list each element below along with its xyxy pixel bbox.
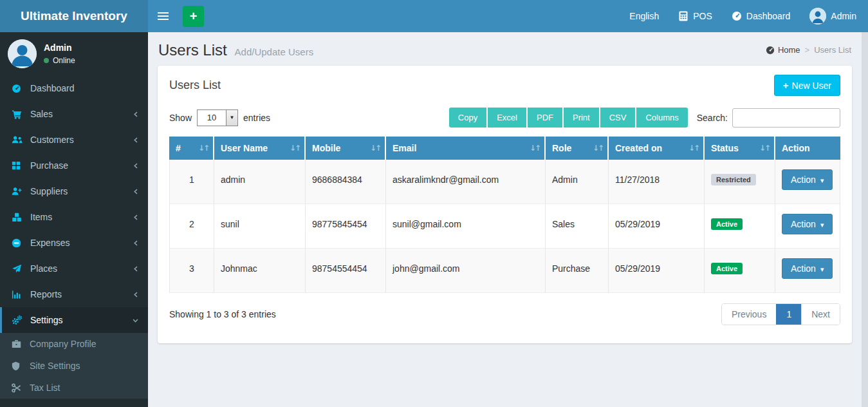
dashboard-link[interactable]: Dashboard: [732, 11, 791, 21]
sidebar-item-purchase[interactable]: Purchase: [0, 153, 148, 178]
status-badge: Active: [711, 218, 743, 230]
online-dot-icon: [44, 58, 49, 63]
paper-plane-icon: [12, 264, 26, 274]
sidebar-item-places[interactable]: Places: [0, 256, 148, 281]
copy-button[interactable]: Copy: [449, 108, 486, 128]
column-label: Mobile: [312, 143, 340, 153]
plus-icon: [783, 80, 789, 91]
gauge-icon: [12, 84, 26, 93]
next-page-button[interactable]: Next: [801, 304, 840, 325]
brand-logo[interactable]: Ultimate Inventory: [0, 0, 148, 32]
column-header-created-on[interactable]: Created on: [609, 137, 705, 160]
sort-icon: [198, 144, 208, 153]
sidebar-menu: Dashboard Sales Customers Purchase: [0, 75, 148, 333]
main-content: Users List Add/Update Users Home > Users…: [148, 32, 862, 407]
box-title: Users List: [169, 79, 221, 92]
sidebar-item-sales[interactable]: Sales: [0, 101, 148, 127]
table-row: 2 sunil 98775845454 sunil@gmail.com Sale…: [169, 204, 840, 249]
column-label: Created on: [615, 143, 662, 153]
sidebar-item-items[interactable]: Items: [0, 204, 148, 230]
user-label: Admin: [831, 11, 856, 21]
action-button[interactable]: Action: [782, 169, 833, 190]
columns-button[interactable]: Columns: [636, 108, 687, 128]
chevron-left-icon: [133, 137, 139, 144]
pos-link[interactable]: POS: [678, 11, 712, 21]
column-header-email[interactable]: Email: [386, 137, 546, 160]
breadcrumb-home-link[interactable]: Home: [766, 45, 800, 55]
status-badge: Restricted: [711, 174, 756, 185]
previous-page-button[interactable]: Previous: [722, 304, 776, 325]
users-table: # User Name Mobile Email Role Created on…: [169, 137, 840, 293]
language-menu[interactable]: English: [629, 11, 659, 21]
sidebar-toggle-button[interactable]: [148, 0, 178, 32]
user-menu[interactable]: Admin: [809, 8, 856, 24]
sidebar-item-suppliers[interactable]: Suppliers: [0, 178, 148, 204]
cart-icon: [12, 109, 26, 119]
pdf-button[interactable]: PDF: [528, 108, 562, 128]
column-header-role[interactable]: Role: [546, 137, 609, 160]
csv-button[interactable]: CSV: [600, 108, 636, 128]
sidebar-user-status[interactable]: Online: [44, 56, 75, 65]
cell-mobile: 98754554454: [306, 249, 386, 293]
menu-label: Suppliers: [30, 186, 68, 196]
search-label: Search:: [697, 113, 728, 123]
page-length-select[interactable]: 10 ▼: [197, 109, 238, 126]
breadcrumb-current: Users List: [814, 45, 851, 55]
sort-icon: [370, 144, 380, 153]
column-label: #: [176, 143, 181, 153]
pagination: Previous 1 Next: [721, 303, 840, 325]
menu-label: Items: [30, 212, 52, 222]
submenu-label: Site Settings: [30, 361, 80, 371]
briefcase-icon: [12, 339, 26, 348]
menu-label: Customers: [30, 135, 74, 145]
submenu-item-tax-list[interactable]: Tax List: [0, 377, 148, 399]
sidebar-item-customers[interactable]: Customers: [0, 127, 148, 153]
search-input[interactable]: [732, 108, 840, 128]
action-button[interactable]: Action: [782, 258, 833, 279]
cell-email: john@gmail.com: [386, 249, 546, 293]
sidebar-item-expenses[interactable]: Expenses: [0, 230, 148, 256]
table-row: 3 Johnmac 98754554454 john@gmail.com Pur…: [169, 249, 840, 293]
submenu-label: Tax List: [30, 383, 60, 393]
page-length-control: Show 10 ▼ entries: [169, 109, 270, 126]
chevron-down-icon: [132, 317, 139, 323]
sidebar-item-settings[interactable]: Settings: [0, 307, 148, 333]
action-button[interactable]: Action: [782, 214, 833, 234]
sidebar-item-dashboard[interactable]: Dashboard: [0, 75, 148, 101]
user-avatar: [809, 8, 826, 24]
users-icon: [12, 135, 26, 144]
column-header-mobile[interactable]: Mobile: [306, 137, 386, 160]
column-header-action[interactable]: Action: [775, 137, 840, 160]
page-1-button[interactable]: 1: [776, 304, 801, 325]
new-user-button[interactable]: New User: [774, 75, 840, 96]
vertical-scrollbar[interactable]: [862, 32, 868, 407]
table-header-row: # User Name Mobile Email Role Created on…: [169, 137, 840, 160]
sidebar: Admin Online Dashboard Sales: [0, 32, 148, 407]
column-header-num[interactable]: #: [169, 137, 214, 160]
chevron-left-icon: [133, 240, 139, 247]
excel-button[interactable]: Excel: [488, 108, 526, 128]
print-button[interactable]: Print: [564, 108, 599, 128]
submenu-label: Company Profile: [30, 339, 97, 349]
quick-add-button[interactable]: [183, 6, 204, 27]
column-label: User Name: [221, 143, 268, 153]
sidebar-user-name: Admin: [44, 43, 75, 53]
online-status-label: Online: [53, 56, 75, 65]
action-label: Action: [791, 263, 816, 274]
menu-label: Expenses: [30, 238, 69, 248]
show-label: Show: [169, 113, 192, 123]
language-label: English: [629, 11, 659, 21]
submenu-item-company-profile[interactable]: Company Profile: [0, 333, 148, 355]
column-header-status[interactable]: Status: [705, 137, 775, 160]
page-length-value: 10: [198, 110, 226, 126]
cell-username: sunil: [214, 204, 306, 249]
top-navbar: Ultimate Inventory English POS Dashboard…: [0, 0, 868, 32]
column-header-username[interactable]: User Name: [214, 137, 306, 160]
new-user-label: New User: [792, 80, 831, 91]
cell-num: 1: [169, 160, 214, 204]
submenu-item-site-settings[interactable]: Site Settings: [0, 355, 148, 377]
sidebar-item-reports[interactable]: Reports: [0, 281, 148, 307]
cell-mobile: 98775845454: [306, 204, 386, 249]
column-label: Status: [711, 143, 739, 153]
column-label: Email: [392, 143, 416, 153]
